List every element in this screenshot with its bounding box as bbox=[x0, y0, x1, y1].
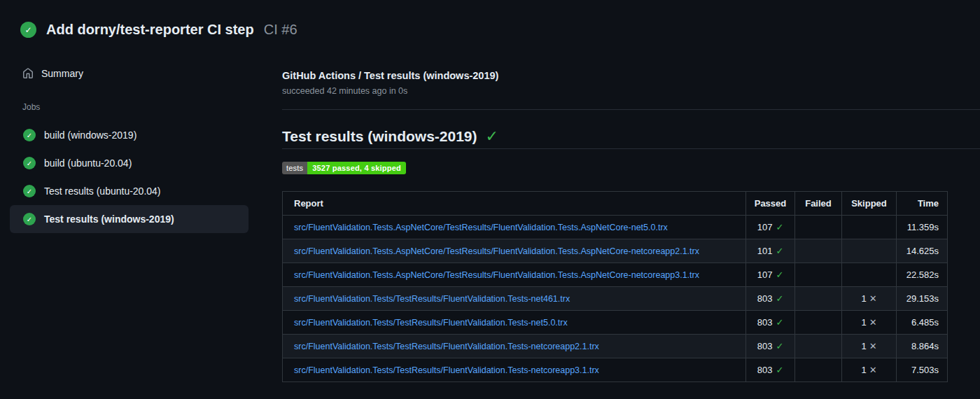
passed-cell: 803✓ bbox=[746, 311, 795, 335]
job-label: build (ubuntu-20.04) bbox=[44, 158, 132, 169]
section-title-text: Test results (windows-2019) bbox=[282, 127, 477, 146]
report-cell: src/FluentValidation.Tests/TestResults/F… bbox=[283, 311, 746, 335]
time-cell: 22.582s bbox=[897, 263, 948, 287]
passed-count: 803 bbox=[757, 293, 773, 304]
skipped-count: 1 bbox=[861, 293, 866, 304]
passed-cell: 803✓ bbox=[746, 358, 795, 382]
passed-count: 803 bbox=[757, 317, 773, 328]
report-link[interactable]: src/FluentValidation.Tests/TestResults/F… bbox=[294, 342, 599, 351]
passed-check-icon: ✓ bbox=[776, 341, 783, 351]
failed-cell bbox=[795, 263, 842, 287]
table-row: src/FluentValidation.Tests.AspNetCore/Te… bbox=[283, 216, 948, 239]
jobs-section-label: Jobs bbox=[10, 100, 248, 114]
failed-cell bbox=[795, 287, 842, 311]
sidebar: Summary Jobs ✓build (windows-2019)✓build… bbox=[10, 60, 248, 233]
passed-cell: 803✓ bbox=[746, 287, 795, 311]
column-header-failed: Failed bbox=[795, 192, 842, 216]
job-label: build (windows-2019) bbox=[44, 130, 136, 141]
sidebar-item-summary[interactable]: Summary bbox=[10, 60, 248, 87]
time-cell: 8.864s bbox=[897, 335, 948, 358]
sidebar-item-build-windows-2019[interactable]: ✓build (windows-2019) bbox=[10, 121, 248, 149]
report-link[interactable]: src/FluentValidation.Tests/TestResults/F… bbox=[294, 318, 568, 328]
check-circle-icon: ✓ bbox=[23, 129, 36, 141]
report-cell: src/FluentValidation.Tests.AspNetCore/Te… bbox=[283, 263, 746, 287]
passed-count: 107 bbox=[757, 222, 773, 232]
failed-cell bbox=[795, 358, 842, 382]
skipped-cell: 1✕ bbox=[842, 358, 897, 382]
skipped-x-icon: ✕ bbox=[869, 341, 877, 351]
time-cell: 6.485s bbox=[897, 311, 948, 335]
report-cell: src/FluentValidation.Tests/TestResults/F… bbox=[283, 335, 746, 358]
sidebar-item-test-results-ubuntu-20-04[interactable]: ✓Test results (ubuntu-20.04) bbox=[10, 177, 248, 205]
table-row: src/FluentValidation.Tests/TestResults/F… bbox=[283, 311, 948, 335]
jobs-list: ✓build (windows-2019)✓build (ubuntu-20.0… bbox=[10, 121, 248, 233]
summary-label: Summary bbox=[41, 68, 83, 79]
column-header-time: Time bbox=[897, 192, 948, 216]
passed-count: 803 bbox=[757, 341, 773, 351]
run-header: ✓ Add dorny/test-reporter CI step CI #6 bbox=[20, 22, 298, 38]
failed-cell bbox=[795, 335, 842, 358]
report-link[interactable]: src/FluentValidation.Tests/TestResults/F… bbox=[294, 294, 570, 304]
column-header-report: Report bbox=[283, 192, 746, 216]
skipped-cell bbox=[842, 239, 897, 263]
main-content: GitHub Actions / Test results (windows-2… bbox=[282, 0, 980, 382]
success-checkmark-icon: ✓ bbox=[486, 127, 498, 146]
check-circle-icon: ✓ bbox=[23, 213, 36, 225]
report-cell: src/FluentValidation.Tests/TestResults/F… bbox=[283, 358, 746, 382]
table-row: src/FluentValidation.Tests/TestResults/F… bbox=[283, 358, 948, 382]
report-link[interactable]: src/FluentValidation.Tests/TestResults/F… bbox=[294, 365, 599, 375]
skipped-x-icon: ✕ bbox=[869, 317, 877, 328]
table-row: src/FluentValidation.Tests.AspNetCore/Te… bbox=[283, 263, 948, 287]
report-link[interactable]: src/FluentValidation.Tests.AspNetCore/Te… bbox=[294, 270, 699, 280]
report-cell: src/FluentValidation.Tests.AspNetCore/Te… bbox=[283, 216, 746, 239]
home-icon bbox=[22, 68, 34, 79]
divider bbox=[282, 148, 980, 149]
sidebar-item-test-results-windows-2019[interactable]: ✓Test results (windows-2019) bbox=[10, 205, 248, 233]
skipped-count: 1 bbox=[861, 341, 866, 351]
table-row: src/FluentValidation.Tests/TestResults/F… bbox=[283, 335, 948, 358]
check-run-status: succeeded 42 minutes ago in 0s bbox=[282, 85, 980, 97]
passed-cell: 803✓ bbox=[746, 335, 795, 358]
passed-count: 107 bbox=[757, 270, 773, 280]
failed-cell bbox=[795, 216, 842, 239]
skipped-x-icon: ✕ bbox=[869, 293, 877, 304]
passed-count: 803 bbox=[757, 365, 773, 375]
success-check-circle-icon: ✓ bbox=[20, 22, 36, 38]
failed-cell bbox=[795, 239, 842, 263]
failed-cell bbox=[795, 311, 842, 335]
tests-badge: tests 3527 passed, 4 skipped bbox=[282, 162, 406, 174]
skipped-cell: 1✕ bbox=[842, 335, 897, 358]
run-title: Add dorny/test-reporter CI step bbox=[46, 22, 254, 38]
passed-check-icon: ✓ bbox=[776, 317, 783, 328]
time-cell: 7.503s bbox=[897, 358, 948, 382]
sidebar-item-build-ubuntu-20-04[interactable]: ✓build (ubuntu-20.04) bbox=[10, 149, 248, 177]
passed-check-icon: ✓ bbox=[776, 293, 783, 304]
report-cell: src/FluentValidation.Tests.AspNetCore/Te… bbox=[283, 239, 746, 263]
skipped-count: 1 bbox=[861, 365, 866, 375]
skipped-cell bbox=[842, 263, 897, 287]
test-results-table: ReportPassedFailedSkippedTime src/Fluent… bbox=[282, 191, 948, 382]
passed-cell: 101✓ bbox=[746, 239, 795, 263]
passed-count: 101 bbox=[757, 246, 773, 256]
time-cell: 11.359s bbox=[897, 216, 948, 239]
report-link[interactable]: src/FluentValidation.Tests.AspNetCore/Te… bbox=[294, 223, 668, 232]
job-label: Test results (windows-2019) bbox=[44, 214, 174, 225]
skipped-cell: 1✕ bbox=[842, 311, 897, 335]
passed-check-icon: ✓ bbox=[776, 222, 783, 232]
column-header-passed: Passed bbox=[746, 192, 795, 216]
passed-cell: 107✓ bbox=[746, 216, 795, 239]
passed-check-icon: ✓ bbox=[776, 270, 783, 280]
passed-check-icon: ✓ bbox=[776, 365, 783, 375]
table-row: src/FluentValidation.Tests.AspNetCore/Te… bbox=[283, 239, 948, 263]
check-circle-icon: ✓ bbox=[23, 185, 36, 197]
tests-badge-value: 3527 passed, 4 skipped bbox=[307, 162, 406, 174]
section-title: Test results (windows-2019) ✓ bbox=[282, 127, 980, 146]
time-cell: 29.153s bbox=[897, 287, 948, 311]
check-run-title: GitHub Actions / Test results (windows-2… bbox=[282, 69, 980, 83]
passed-cell: 107✓ bbox=[746, 263, 795, 287]
passed-check-icon: ✓ bbox=[776, 246, 783, 256]
check-circle-icon: ✓ bbox=[23, 157, 36, 169]
table-row: src/FluentValidation.Tests/TestResults/F… bbox=[283, 287, 948, 311]
report-link[interactable]: src/FluentValidation.Tests.AspNetCore/Te… bbox=[294, 246, 699, 256]
divider bbox=[282, 109, 980, 110]
